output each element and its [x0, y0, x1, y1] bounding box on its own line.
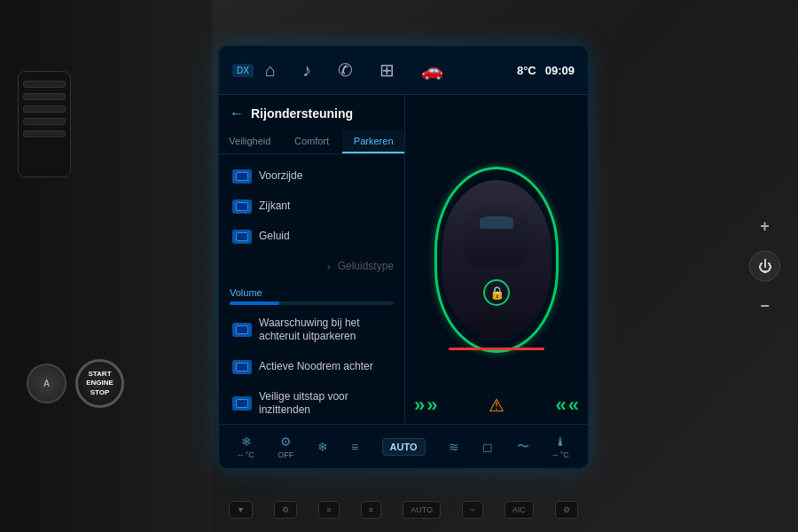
page-title: Rijondersteuning: [251, 106, 353, 121]
seat-heat-item[interactable]: ≡: [351, 440, 358, 454]
phys-fan-down[interactable]: ▼: [229, 501, 253, 519]
ac-item[interactable]: AUTO: [382, 438, 426, 456]
left-arrow-group: » »: [414, 394, 438, 417]
left-menu: ← Rijondersteuning Veiligheid Comfort Pa…: [219, 95, 405, 424]
settings-icon: ⚙: [282, 505, 289, 514]
content-area: ← Rijondersteuning Veiligheid Comfort Pa…: [219, 95, 588, 424]
tab-parkeren[interactable]: Parkeren: [342, 130, 404, 153]
physical-button-strip: ▼ ⚙ ≡ ≡ AUTO ~ AIC ⚙: [222, 501, 585, 519]
vent-slat: [23, 81, 66, 88]
a-button-label: A: [43, 379, 50, 388]
phys-seat[interactable]: ≡: [318, 501, 339, 519]
phys-settings[interactable]: ⚙: [274, 501, 297, 519]
defrost-item[interactable]: ◻: [482, 440, 493, 454]
voorzijde-label: Voorzijde: [259, 169, 302, 184]
right-temp-value: -- °C: [552, 450, 569, 459]
dx-badge: DX: [232, 64, 254, 77]
snowflake-item: ❄: [317, 440, 328, 454]
nav-music-icon[interactable]: ♪: [298, 56, 316, 85]
top-nav: DX ⌂ ♪ ✆ ⊞ 🚗 8°C 09:09: [219, 46, 588, 95]
waarschuwing-label: Waarschuwing bij het achteruit uitparker…: [259, 317, 394, 344]
phys-auto[interactable]: AUTO: [403, 501, 441, 519]
voorzijde-icon: [232, 169, 252, 184]
warning-triangle-icon: ⚠: [489, 395, 505, 416]
menu-item-noodrem[interactable]: Actieve Noodrem achter: [219, 352, 404, 382]
right-temp-icon: 🌡: [554, 434, 567, 449]
geluidstype-arrow-icon: ›: [327, 261, 331, 273]
nav-car-icon[interactable]: 🚗: [417, 55, 448, 85]
noodrem-icon: [232, 360, 252, 374]
start-engine-stop-button[interactable]: START ENGINE STOP: [75, 359, 124, 408]
defrost-icon: ◻: [482, 440, 493, 454]
menu-item-geluidstype[interactable]: › Geluidstype: [219, 252, 404, 282]
volume-label: Volume: [230, 287, 394, 298]
nav-apps-icon[interactable]: ⊞: [375, 55, 399, 85]
menu-item-uitstap[interactable]: Veilige uitstap voor inzittenden: [219, 382, 404, 426]
car-visualization: 🔒 » » ⚠ « «: [405, 95, 588, 424]
right-control-icon: ⚙: [563, 505, 570, 514]
vent-slat: [23, 118, 66, 125]
volume-section: Volume: [219, 282, 404, 309]
seat-icon: ≡: [326, 505, 331, 514]
left-chevron-1-icon: »: [414, 394, 425, 417]
phys-right[interactable]: ⚙: [555, 501, 578, 519]
power-icon: ⏻: [758, 258, 772, 274]
left-chevron-2-icon: »: [426, 394, 437, 417]
right-controls: + ⏻ −: [749, 215, 780, 317]
snowflake-icon: ❄: [317, 440, 328, 454]
fan-icon: ⚙: [280, 434, 292, 449]
a-button[interactable]: A: [27, 364, 66, 403]
car-body: [442, 180, 552, 340]
sub-tabs: Veiligheid Comfort Parkeren: [219, 130, 404, 154]
left-vent: [18, 71, 71, 177]
back-arrow-icon[interactable]: ←: [230, 106, 244, 121]
breadcrumb: ← Rijondersteuning: [219, 106, 404, 130]
menu-item-waarschuwing[interactable]: Waarschuwing bij het achteruit uitparker…: [219, 309, 404, 352]
menu-item-voorzijde[interactable]: Voorzijde: [219, 161, 404, 192]
phys-seat2[interactable]: ≡: [361, 501, 381, 519]
nav-icons: ⌂ ♪ ✆ ⊞ 🚗: [261, 55, 448, 85]
start-stop-area: A START ENGINE STOP: [27, 359, 124, 408]
climate-bottom-bar: ❄ -- °C ⚙ OFF ❄ ≡ AUTO ≋ ◻ 〜: [219, 424, 588, 468]
vent-item[interactable]: 〜: [517, 439, 529, 455]
temperature-display: 8°C: [517, 64, 536, 77]
parking-arrows: » » ⚠ « «: [405, 394, 588, 417]
car-windshield: [480, 216, 512, 229]
start-label: START: [88, 370, 111, 379]
noodrem-label: Actieve Noodrem achter: [259, 360, 373, 374]
geluid-label: Geluid: [259, 230, 290, 244]
right-chevron-1-icon: «: [556, 394, 567, 417]
power-button[interactable]: ⏻: [749, 251, 780, 282]
phys-defrost[interactable]: ~: [462, 501, 482, 519]
right-chevron-2-icon: «: [568, 394, 579, 417]
fan-off-item[interactable]: ⚙ OFF: [278, 434, 293, 459]
rear-heat-item[interactable]: ≋: [449, 440, 459, 454]
tab-comfort[interactable]: Comfort: [281, 130, 343, 153]
zijkant-icon: [232, 200, 252, 214]
engine-label: ENGINE: [86, 379, 113, 387]
menu-item-zijkant[interactable]: Zijkant: [219, 192, 404, 222]
vent-slat: [23, 93, 66, 100]
uitstap-icon: [232, 396, 252, 411]
stop-label: STOP: [90, 388, 110, 397]
nav-home-icon[interactable]: ⌂: [261, 56, 280, 85]
volume-plus-button[interactable]: +: [754, 215, 776, 238]
nav-phone-icon[interactable]: ✆: [333, 55, 357, 85]
phys-aic[interactable]: AIC: [505, 501, 534, 519]
menu-item-geluid[interactable]: Geluid: [219, 222, 404, 252]
left-temp-value: -- °C: [238, 450, 254, 459]
seat2-icon: ≡: [369, 505, 373, 514]
vent-slat: [23, 130, 66, 137]
main-screen: DX ⌂ ♪ ✆ ⊞ 🚗 8°C 09:09 ← Rijonders: [217, 44, 590, 470]
zijkant-label: Zijkant: [259, 200, 290, 214]
vent-slat: [23, 106, 66, 113]
right-arrow-group: « «: [556, 394, 580, 417]
volume-bar-fill: [230, 301, 279, 305]
left-panel: A START ENGINE STOP: [0, 0, 213, 532]
tab-veiligheid[interactable]: Veiligheid: [219, 130, 281, 153]
aic-label: AIC: [512, 505, 526, 514]
volume-minus-button[interactable]: −: [754, 295, 776, 317]
car-oval: 🔒: [434, 167, 559, 353]
ac-button[interactable]: AUTO: [382, 438, 426, 456]
seat-heat-icon: ≡: [351, 440, 358, 454]
